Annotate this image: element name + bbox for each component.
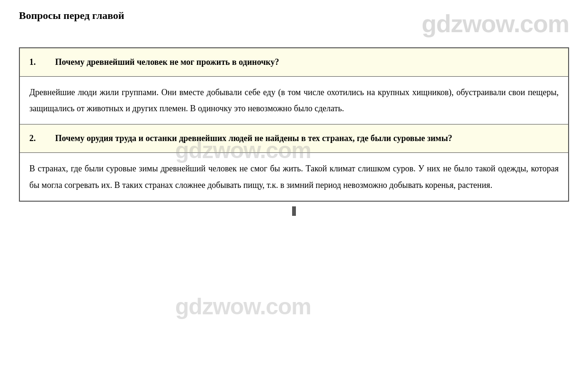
page-header: Вопросы перед главой gdzwow.com	[19, 9, 569, 38]
answer-text-1: Древнейшие люди жили группами. Они вмест…	[29, 88, 559, 113]
bottom-indicator	[292, 206, 296, 216]
watermark-mid2: gdzwow.com	[175, 293, 311, 320]
bottom-bar	[19, 206, 569, 216]
page-container: Вопросы перед главой gdzwow.com 1. Почем…	[0, 0, 588, 382]
question-number-2: 2.	[29, 132, 53, 145]
question-row-1: 1. Почему древнейший человек не мог прож…	[19, 48, 569, 77]
question-number-1: 1.	[29, 56, 53, 69]
content-table: 1. Почему древнейший человек не мог прож…	[19, 47, 569, 202]
question-text-1: Почему древнейший человек не мог прожить…	[55, 57, 279, 67]
page-title: Вопросы перед главой	[19, 9, 124, 22]
question-cell-2: 2. Почему орудия труда и останки древней…	[19, 124, 569, 153]
question-text-2: Почему орудия труда и останки древнейших…	[55, 133, 453, 143]
answer-text-2: В странах, где были суровые зимы древней…	[29, 164, 559, 189]
answer-cell-1: Древнейшие люди жили группами. Они вмест…	[19, 77, 569, 124]
question-row-2: 2. Почему орудия труда и останки древней…	[19, 124, 569, 153]
answer-row-2: В странах, где были суровые зимы древней…	[19, 153, 569, 201]
header-watermark: gdzwow.com	[421, 9, 569, 38]
answer-cell-2: В странах, где были суровые зимы древней…	[19, 153, 569, 201]
answer-row-1: Древнейшие люди жили группами. Они вмест…	[19, 77, 569, 124]
question-cell-1: 1. Почему древнейший человек не мог прож…	[19, 48, 569, 77]
